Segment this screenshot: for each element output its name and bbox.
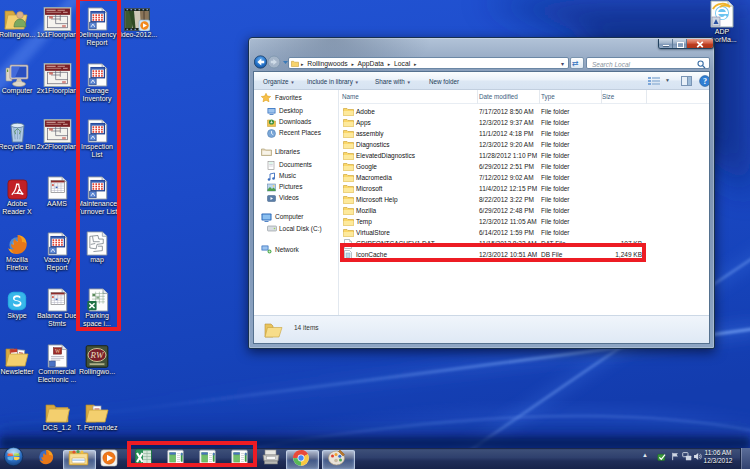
svg-text:W: W: [54, 348, 60, 354]
svg-text:?: ?: [703, 77, 707, 86]
svg-text:RW: RW: [90, 350, 105, 360]
